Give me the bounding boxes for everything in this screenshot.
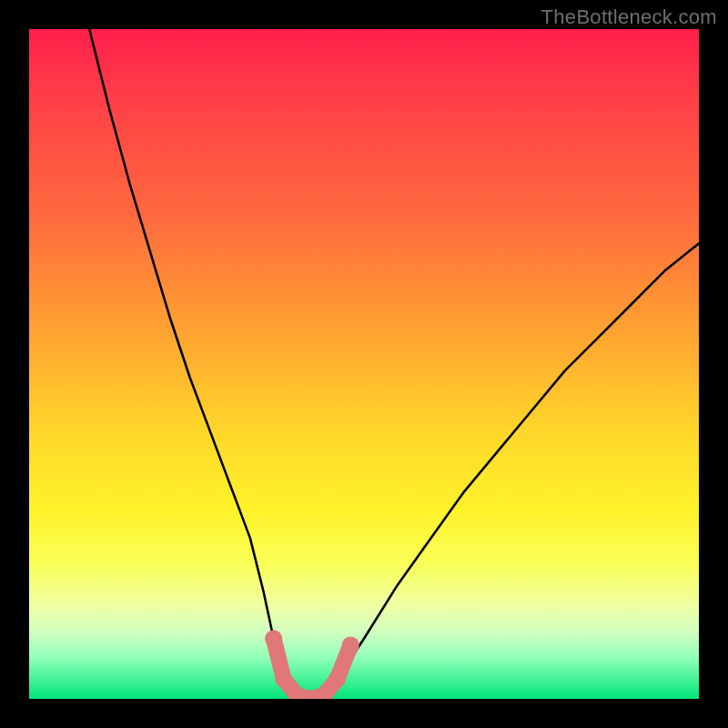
bottleneck-curve bbox=[89, 29, 699, 699]
marker-dot bbox=[275, 670, 292, 687]
curve-layer bbox=[29, 29, 699, 699]
plot-area bbox=[29, 29, 699, 699]
chart-stage: TheBottleneck.com bbox=[0, 0, 728, 728]
highlight-band bbox=[274, 639, 351, 699]
marker-dot bbox=[265, 630, 282, 647]
marker-dot bbox=[342, 637, 359, 654]
marker-dot bbox=[329, 670, 346, 687]
watermark-text: TheBottleneck.com bbox=[541, 5, 717, 29]
